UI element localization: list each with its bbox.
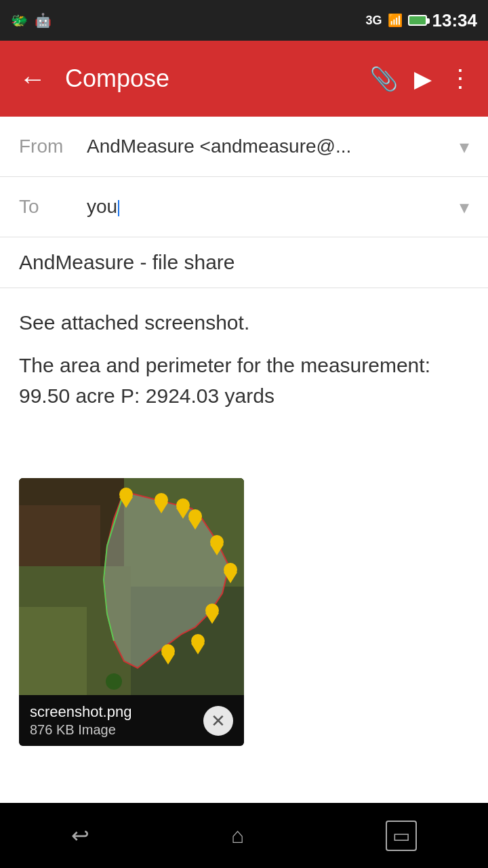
page-title: Compose xyxy=(65,64,356,93)
svg-rect-2 xyxy=(19,505,100,573)
to-field-row[interactable]: To you ▾ xyxy=(0,177,488,237)
to-expand-button[interactable]: ▾ xyxy=(460,196,469,218)
clock-time: 13:34 xyxy=(432,10,478,31)
attachment-info-bar: screenshot.png 876 KB Image ✕ xyxy=(19,695,244,746)
battery-icon xyxy=(408,15,427,26)
nav-back-button[interactable]: ↩ xyxy=(71,823,89,848)
from-label: From xyxy=(19,136,73,157)
status-bar-left: 🐲 🤖 xyxy=(11,12,52,28)
signal-bars-icon: 📶 xyxy=(388,13,403,28)
body-line2: The area and perimeter for the measureme… xyxy=(19,350,469,411)
more-options-button[interactable]: ⋮ xyxy=(448,64,474,93)
map-svg xyxy=(19,478,244,695)
body-area[interactable]: See attached screenshot. The area and pe… xyxy=(0,288,488,478)
from-field-row: From AndMeasure <andmeasure@... ▾ xyxy=(0,117,488,176)
nav-home-button[interactable]: ⌂ xyxy=(231,823,244,848)
body-line1: See attached screenshot. xyxy=(19,307,469,338)
subject-row[interactable]: AndMeasure - file share xyxy=(0,237,488,288)
attachment-filename: screenshot.png xyxy=(30,703,131,721)
app-bar-actions: 📎 ▶ ⋮ xyxy=(369,64,474,93)
to-input[interactable]: you xyxy=(73,196,460,218)
close-icon: ✕ xyxy=(211,712,226,730)
attachment-text-group: screenshot.png 876 KB Image xyxy=(30,703,131,738)
from-value: AndMeasure <andmeasure@... xyxy=(73,136,460,157)
status-bar-right: 3G 📶 13:34 xyxy=(365,10,477,31)
to-label: To xyxy=(19,196,73,218)
nav-recent-button[interactable]: ▭ xyxy=(386,821,417,851)
app-icon-fang: 🐲 xyxy=(11,12,28,28)
svg-rect-5 xyxy=(19,607,87,695)
text-cursor xyxy=(118,200,119,216)
send-button[interactable]: ▶ xyxy=(414,65,432,92)
subject-input[interactable]: AndMeasure - file share xyxy=(19,251,235,273)
attachment-remove-button[interactable]: ✕ xyxy=(203,706,233,736)
from-expand-button[interactable]: ▾ xyxy=(460,136,469,158)
to-value: you xyxy=(87,196,117,217)
svg-point-29 xyxy=(106,673,122,690)
status-bar: 🐲 🤖 3G 📶 13:34 xyxy=(0,0,488,41)
attachment-container: screenshot.png 876 KB Image ✕ xyxy=(19,478,244,746)
attachment-thumbnail xyxy=(19,478,244,695)
network-signal: 3G xyxy=(365,14,382,28)
attachment-filesize: 876 KB Image xyxy=(30,722,131,738)
nav-bar: ↩ ⌂ ▭ xyxy=(0,803,488,868)
attach-button[interactable]: 📎 xyxy=(369,65,398,92)
app-bar: ← Compose 📎 ▶ ⋮ xyxy=(0,41,488,117)
app-icon-android: 🤖 xyxy=(35,12,52,28)
back-button[interactable]: ← xyxy=(14,58,52,100)
